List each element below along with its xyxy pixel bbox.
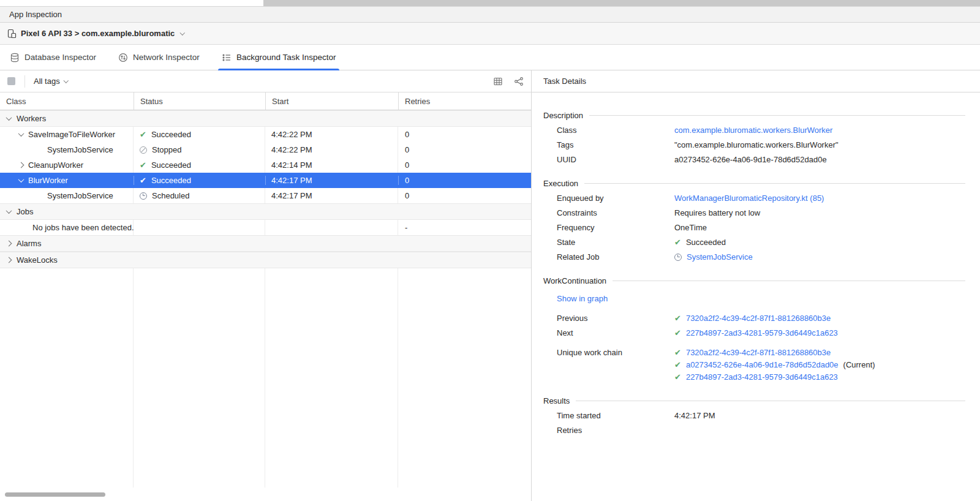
section-title: Results [543,396,570,405]
detail-row-unique-work-chain: Unique work chain ✔7320a2f2-4c39-4c2f-87… [543,348,965,382]
tag-filter-label: All tags [34,77,60,86]
tab-database-inspector[interactable]: Database Inspector [10,45,96,70]
chevron-down-icon[interactable] [6,115,12,121]
chevron-right-icon[interactable] [18,162,24,168]
success-icon: ✔ [674,314,681,323]
detail-row-next: Next ✔227b4897-2ad3-4281-9579-3d6449c1a6… [543,328,965,337]
show-in-graph-row: Show in graph [543,294,965,303]
section-rule [589,115,965,116]
uuid-value: a0273452-626e-4a06-9d1e-78d6d52dad0e [674,155,827,164]
section-title: Description [543,111,583,120]
editor-area-fragment [0,0,263,6]
horizontal-scrollbar[interactable] [5,492,105,497]
status-text: Succeeded [151,130,191,139]
table-row-systemjobservice-scheduled[interactable]: SystemJobService Scheduled 4:42:17 PM 0 [0,188,531,203]
detail-row-time-started: Time started 4:42:17 PM [543,411,965,420]
worker-class: SaveImageToFileWorker [28,130,115,139]
section-title: WorkContinuation [543,276,606,285]
section-results: Results [543,396,965,405]
graph-view-button[interactable] [514,77,524,86]
column-status[interactable]: Status [134,92,265,110]
group-row-alarms[interactable]: Alarms [0,235,531,252]
tag-filter-dropdown[interactable]: All tags [34,77,67,86]
start-time: 4:42:22 PM [265,130,398,139]
status-text: Succeeded [151,176,191,185]
detail-row-state: State ✔Succeeded [543,238,965,247]
chain-work-link[interactable]: 227b4897-2ad3-4281-9579-3d6449c1a623 [686,372,838,382]
detail-label: Retries [557,426,674,435]
device-icon [7,29,17,39]
retries-count: - [398,223,531,232]
column-class[interactable]: Class [0,92,134,110]
chain-work-link[interactable]: a0273452-626e-4a06-9d1e-78d6d52dad0e [686,360,839,369]
detail-row-uuid: UUID a0273452-626e-4a06-9d1e-78d6d52dad0… [543,155,965,164]
table-row-systemjobservice-stopped[interactable]: SystemJobService Stopped 4:42:22 PM 0 [0,142,531,157]
related-job-link[interactable]: SystemJobService [687,252,753,262]
status-text: Stopped [152,145,181,154]
detail-row-related-job: Related Job SystemJobService [543,252,965,262]
section-rule [584,183,965,184]
detail-label: Constraints [557,208,674,217]
detail-label: Frequency [557,223,674,232]
detail-label: Next [557,328,674,337]
group-label: WakeLocks [17,255,58,265]
constraints-value: Requires battery not low [674,208,760,217]
retries-count: 0 [398,160,531,170]
table-row-saveimagetofileworker[interactable]: SaveImageToFileWorker ✔Succeeded 4:42:22… [0,127,531,142]
detail-label: Related Job [557,252,674,262]
group-row-jobs[interactable]: Jobs [0,203,531,220]
start-time: 4:42:22 PM [265,145,398,154]
table-row-jobs-empty[interactable]: No jobs have been detected. - [0,220,531,235]
stopped-icon [140,146,147,154]
start-time: 4:42:17 PM [265,191,398,200]
detail-row-tags: Tags "com.example.bluromatic.workers.Blu… [543,140,965,149]
editor-scrollbar-fragment[interactable] [263,0,980,6]
column-retries[interactable]: Retries [398,92,531,110]
success-icon: ✔ [140,130,146,139]
section-description: Description [543,111,965,120]
detail-label: Enqueued by [557,194,674,203]
stop-inspection-icon[interactable] [7,77,15,85]
table-row-cleanupworker[interactable]: CleanupWorker ✔Succeeded 4:42:14 PM 0 [0,157,531,173]
detail-row-retries: Retries [543,426,965,435]
app-inspection-window: App Inspection Pixel 6 API 33 > com.exam… [0,0,980,501]
chevron-down-icon[interactable] [6,208,12,214]
table-column-header: Class Status Start Retries [0,92,531,110]
chevron-down-icon[interactable] [18,176,24,183]
detail-label: Time started [557,411,674,420]
tab-background-task-inspector[interactable]: Background Task Inspector [222,45,336,70]
table-view-button[interactable] [493,77,503,86]
detail-label: State [557,238,674,247]
chevron-down-icon[interactable] [18,130,24,137]
group-row-workers[interactable]: Workers [0,110,531,127]
worker-class: SystemJobService [47,145,113,154]
database-icon [10,53,20,62]
chevron-right-icon[interactable] [6,257,12,263]
detail-label: Previous [557,314,674,323]
previous-work-link[interactable]: 7320a2f2-4c39-4c2f-87f1-881268860b3e [686,314,831,323]
chevron-right-icon[interactable] [6,241,12,247]
enqueued-by-link[interactable]: WorkManagerBluromaticRepository.kt (85) [674,194,824,203]
frequency-value: OneTime [674,223,707,232]
chain-item: ✔227b4897-2ad3-4281-9579-3d6449c1a623 [674,372,875,382]
class-link[interactable]: com.example.bluromatic.workers.BlurWorke… [674,126,832,135]
chain-work-link[interactable]: 7320a2f2-4c39-4c2f-87f1-881268860b3e [686,348,831,357]
group-label: Workers [17,114,46,123]
device-selector[interactable]: Pixel 6 API 33 > com.example.bluromatic [0,23,980,45]
editor-top-strip [0,0,980,6]
task-details-panel: Task Details Description Class com.examp… [532,70,980,501]
detail-row-frequency: Frequency OneTime [543,223,965,232]
success-icon: ✔ [674,238,681,247]
tab-network-inspector[interactable]: Network Inspector [118,45,200,70]
column-start[interactable]: Start [265,92,398,110]
table-row-blurworker-selected[interactable]: BlurWorker ✔Succeeded 4:42:17 PM 0 [0,173,531,188]
empty-message: No jobs have been detected. [32,223,134,232]
details-title: Task Details [543,77,586,86]
chevron-down-icon [180,30,185,35]
next-work-link[interactable]: 227b4897-2ad3-4281-9579-3d6449c1a623 [686,328,838,337]
group-label: Alarms [17,239,41,248]
scheduled-clock-icon [140,192,147,200]
show-in-graph-link[interactable]: Show in graph [557,294,608,303]
status-text: Scheduled [152,191,189,200]
group-row-wakelocks[interactable]: WakeLocks [0,252,531,268]
